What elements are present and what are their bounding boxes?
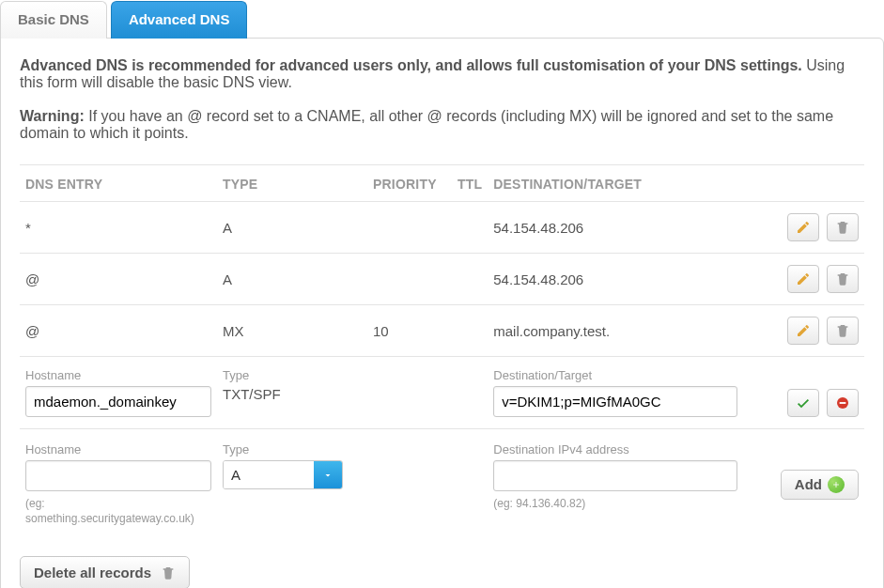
table-row: * A 54.154.48.206 (20, 202, 864, 254)
edit-button[interactable] (787, 317, 819, 345)
add-type-dropdown-toggle[interactable] (314, 461, 342, 488)
add-button-label: Add (795, 476, 822, 492)
table-row: @ A 54.154.48.206 (20, 254, 864, 305)
chevron-down-icon (322, 470, 333, 481)
delete-button[interactable] (827, 213, 859, 241)
cell-priority (367, 254, 452, 305)
intro-text: Advanced DNS is recommended for advanced… (20, 57, 864, 91)
cell-dest: 54.154.48.206 (488, 202, 761, 254)
cell-type: A (217, 202, 367, 254)
check-icon (796, 395, 811, 410)
th-ttl: TTL (452, 165, 488, 202)
cell-priority: 10 (367, 305, 452, 357)
cell-type: MX (217, 305, 367, 357)
edit-dest-label: Destination/Target (493, 368, 755, 382)
edit-button[interactable] (787, 213, 819, 241)
delete-all-button[interactable]: Delete all records (20, 556, 190, 588)
delete-button[interactable] (827, 317, 859, 345)
pencil-icon (796, 323, 811, 338)
delete-button[interactable] (827, 265, 859, 293)
add-host-label: Hostname (25, 442, 211, 456)
add-type-select[interactable]: A (223, 460, 343, 489)
add-type-label: Type (223, 442, 362, 456)
add-dest-hint: (eg: 94.136.40.82) (493, 497, 755, 512)
warning-label: Warning: (20, 108, 85, 124)
add-host-hint: (eg: something.securitygateway.co.uk) (25, 497, 211, 526)
intro-bold: Advanced DNS is recommended for advanced… (20, 57, 802, 73)
svg-rect-1 (840, 402, 846, 404)
trash-icon (835, 323, 850, 338)
cell-ttl (452, 254, 488, 305)
edit-button[interactable] (787, 265, 819, 293)
cell-dest: 54.154.48.206 (488, 254, 761, 305)
cell-entry: * (20, 202, 217, 254)
trash-icon (835, 271, 850, 286)
edit-dest-input[interactable] (493, 386, 737, 417)
row-edit-pending: Hostname Type TXT/SPF Destination/Target (20, 357, 864, 429)
cell-ttl (452, 202, 488, 254)
th-dest: DESTINATION/TARGET (488, 165, 761, 202)
tab-basic-dns[interactable]: Basic DNS (0, 1, 107, 39)
add-host-input[interactable] (25, 460, 211, 491)
cell-entry: @ (20, 305, 217, 357)
edit-type-label: Type (223, 368, 362, 382)
tab-advanced-dns[interactable]: Advanced DNS (111, 1, 248, 39)
warning-body: If you have an @ record set to a CNAME, … (20, 108, 833, 141)
pencil-icon (796, 220, 811, 235)
row-add-new: Hostname (eg: something.securitygateway.… (20, 429, 864, 538)
dns-records-table: DNS ENTRY TYPE PRIORITY TTL DESTINATION/… (20, 164, 864, 537)
trash-icon (835, 220, 850, 235)
edit-host-label: Hostname (25, 368, 211, 382)
confirm-button[interactable] (787, 389, 819, 417)
cancel-button[interactable] (827, 389, 859, 417)
cell-entry: @ (20, 254, 217, 305)
table-row: @ MX 10 mail.company.test. (20, 305, 864, 357)
plus-icon (828, 476, 845, 493)
delete-all-label: Delete all records (34, 565, 151, 580)
trash-icon (161, 565, 176, 580)
add-dest-input[interactable] (493, 460, 737, 491)
edit-type-value: TXT/SPF (223, 386, 281, 402)
add-record-button[interactable]: Add (781, 470, 859, 500)
cell-type: A (217, 254, 367, 305)
cell-dest: mail.company.test. (488, 305, 761, 357)
warning-text: Warning: If you have an @ record set to … (20, 108, 864, 142)
add-dest-label: Destination IPv4 address (493, 442, 755, 456)
pencil-icon (796, 271, 811, 286)
th-type: TYPE (217, 165, 367, 202)
th-entry: DNS ENTRY (20, 165, 217, 202)
cell-ttl (452, 305, 488, 357)
th-priority: PRIORITY (367, 165, 452, 202)
cell-priority (367, 202, 452, 254)
edit-host-input[interactable] (25, 386, 211, 417)
stop-icon (835, 395, 850, 410)
add-type-value: A (224, 461, 314, 488)
advanced-dns-panel: Advanced DNS is recommended for advanced… (0, 38, 884, 588)
